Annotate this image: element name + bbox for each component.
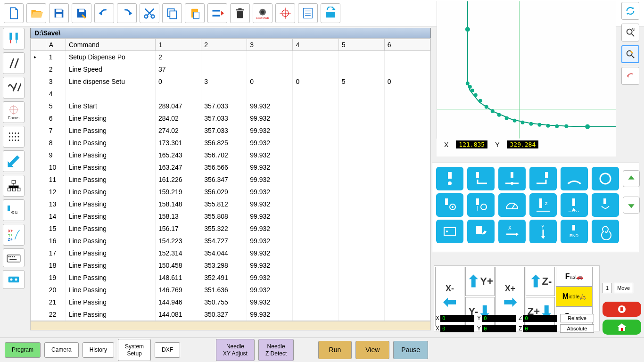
sync-display-button[interactable] — [321, 3, 340, 23]
column-header[interactable]: 5 — [339, 39, 384, 51]
program-table[interactable]: ACommand123456 ▸1Setup Dispense Po22Line… — [31, 39, 430, 321]
table-row[interactable]: 3Line dispense Setu030050 — [31, 75, 430, 88]
step-1-button[interactable]: 1 — [603, 283, 612, 293]
speed-middle-button[interactable]: Middle🛵 — [556, 287, 593, 306]
emergency-stop-button[interactable] — [603, 302, 641, 317]
table-row[interactable]: 6Line Passing284.02357.03399.932 — [31, 112, 430, 124]
line-start-button[interactable] — [467, 167, 495, 190]
table-row[interactable]: 7Line Passing274.02357.03399.932 — [31, 124, 430, 137]
z-clearance-button[interactable]: Z — [529, 193, 557, 217]
xyz-offset-button[interactable]: X+Y+Z+ — [3, 224, 25, 246]
cut-button[interactable] — [140, 3, 159, 23]
end-program-button[interactable]: END — [561, 220, 588, 243]
table-row[interactable]: 2Line Speed37 — [31, 63, 430, 75]
program-table-container[interactable]: ACommand123456 ▸1Setup Dispense Po22Line… — [30, 38, 431, 321]
column-header[interactable]: Command — [66, 39, 155, 51]
dispense-dot-button[interactable] — [436, 167, 463, 190]
column-header[interactable]: 6 — [384, 39, 430, 51]
column-header[interactable]: 1 — [156, 39, 201, 51]
refresh-button[interactable] — [621, 2, 639, 20]
insert-row-button[interactable] — [207, 3, 227, 23]
jog-y-plus-button[interactable]: ⬆Y+ — [465, 267, 495, 296]
table-row[interactable]: 20Line Passing146.769351.63699.932 — [31, 284, 430, 296]
history-tab-button[interactable]: History — [83, 342, 114, 357]
table-row[interactable]: 10Line Passing163.247356.56699.932 — [31, 161, 430, 173]
table-row[interactable]: 12Line Passing159.219356.02999.932 — [31, 186, 430, 198]
table-row[interactable]: 13Line Passing158.148355.81299.932 — [31, 198, 430, 210]
horizontal-scrollbar[interactable] — [30, 321, 431, 330]
view-button[interactable]: View — [355, 341, 389, 359]
table-row[interactable]: 14Line Passing158.13355.80899.932 — [31, 210, 430, 222]
tree-button[interactable] — [3, 175, 25, 197]
save-as-button[interactable] — [72, 3, 91, 23]
speed-button[interactable] — [498, 193, 526, 217]
wave-lines-button[interactable] — [3, 77, 25, 99]
spiral-button[interactable] — [592, 220, 619, 243]
save-button[interactable] — [49, 3, 69, 23]
retract-button[interactable] — [561, 193, 588, 217]
open-file-button[interactable] — [26, 3, 46, 23]
needle-xy-adjust-button[interactable]: Needle XY Adjust — [216, 339, 255, 361]
ruler-button[interactable] — [3, 150, 25, 172]
step-y-button[interactable]: Y — [529, 220, 557, 243]
camera-tab-button[interactable]: Camera — [44, 342, 79, 357]
system-setup-button[interactable]: System Setup — [118, 339, 151, 361]
zoom-edit-button[interactable] — [621, 45, 639, 63]
keyboard-button[interactable] — [3, 248, 25, 267]
list-button[interactable] — [298, 3, 318, 23]
focus-button[interactable]: Focus — [3, 101, 25, 123]
table-row[interactable]: 5Line Start289.047357.03399.932 — [31, 100, 430, 112]
undo-button[interactable] — [94, 3, 114, 23]
poly-button[interactable] — [467, 220, 495, 243]
redo-button[interactable] — [117, 3, 137, 23]
table-row[interactable]: 22Line Passing144.081350.32799.932 — [31, 308, 430, 321]
table-row[interactable]: 19Line Passing148.611352.49199.932 — [31, 272, 430, 284]
table-row[interactable]: 16Line Passing154.223354.72799.932 — [31, 235, 430, 247]
run-button[interactable]: Run — [318, 341, 352, 359]
needle-z-detect-button[interactable]: Needle Z Detect — [258, 339, 294, 361]
dispense-settings-button[interactable] — [436, 193, 463, 217]
jog-z-minus-button[interactable]: ⬆Z- — [526, 267, 555, 296]
needle-tool-button[interactable] — [3, 28, 25, 49]
parallel-lines-button[interactable] — [3, 52, 25, 74]
move-button[interactable]: Move — [614, 283, 633, 293]
z-adjust-button[interactable]: ⚙Iz — [3, 199, 25, 221]
table-row[interactable]: 4 — [31, 88, 430, 100]
table-row[interactable]: 21Line Passing144.946350.75599.932 — [31, 296, 430, 308]
table-row[interactable]: 15Line Passing156.17355.32299.932 — [31, 222, 430, 235]
preview-canvas[interactable] — [437, 1, 616, 139]
io-button[interactable] — [3, 270, 25, 289]
line-end-button[interactable] — [529, 167, 557, 190]
line-passing-button[interactable] — [498, 167, 526, 190]
line-settings-button[interactable] — [467, 193, 495, 217]
arc-button[interactable] — [561, 167, 588, 190]
column-header[interactable]: 2 — [201, 39, 247, 51]
column-header[interactable]: 3 — [247, 39, 293, 51]
ccd-mode-button[interactable]: CCD Mode — [253, 3, 272, 23]
step-x-button[interactable]: X — [498, 220, 526, 243]
zoom-all-button[interactable]: All — [621, 24, 639, 41]
table-row[interactable]: 8Line Passing173.301356.82599.932 — [31, 137, 430, 149]
paste-button[interactable] — [185, 3, 205, 23]
copy-button[interactable] — [162, 3, 182, 23]
undo-view-button[interactable] — [621, 67, 639, 85]
column-header[interactable] — [31, 39, 46, 51]
table-row[interactable]: ▸1Setup Dispense Po2 — [31, 51, 430, 63]
delete-button[interactable] — [230, 3, 250, 23]
absolute-button[interactable]: Absolute — [560, 324, 594, 333]
scroll-down-button[interactable] — [623, 197, 640, 214]
table-row[interactable]: 17Line Passing152.314354.04499.932 — [31, 247, 430, 259]
new-file-button[interactable] — [4, 3, 24, 23]
circle-button[interactable] — [592, 167, 619, 190]
crosshair-button[interactable] — [275, 3, 295, 23]
table-row[interactable]: 9Line Passing165.243356.70299.932 — [31, 149, 430, 161]
column-header[interactable]: 4 — [293, 39, 339, 51]
relative-button[interactable]: Relative — [560, 314, 594, 322]
column-header[interactable]: A — [46, 39, 66, 51]
pause-button[interactable]: Pause — [393, 341, 428, 359]
dot-matrix-button[interactable] — [3, 126, 25, 148]
table-row[interactable]: 18Line Passing150.458353.29899.932 — [31, 259, 430, 272]
program-tab-button[interactable]: Program — [5, 342, 41, 357]
home-button[interactable] — [603, 320, 641, 335]
speed-fast-button[interactable]: Fast🚗 — [556, 267, 593, 287]
